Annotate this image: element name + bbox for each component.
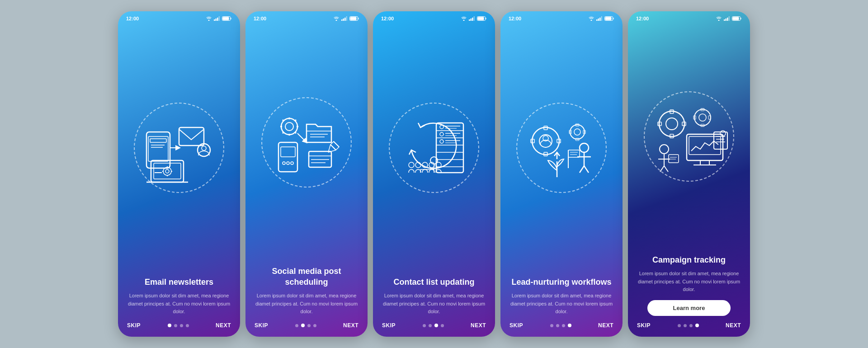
dot-3-3[interactable]	[441, 324, 444, 327]
svg-rect-9	[148, 136, 168, 161]
status-icons-1	[206, 16, 232, 21]
svg-line-158	[664, 166, 668, 172]
signal-icon-4	[596, 16, 603, 21]
dots-4	[550, 324, 571, 327]
svg-rect-8	[146, 132, 170, 168]
dot-4-2[interactable]	[562, 324, 565, 327]
status-icons-2	[333, 16, 359, 21]
dot-2-1[interactable]	[301, 324, 305, 327]
skip-button-4[interactable]: SKIP	[509, 322, 523, 329]
dot-2-3[interactable]	[313, 324, 316, 327]
campaign-tracking-illustration	[648, 96, 730, 177]
svg-rect-95	[596, 19, 598, 21]
svg-rect-145	[689, 136, 721, 155]
phone-screen-3: 12:00	[373, 11, 495, 337]
signal-icon-3	[469, 16, 475, 21]
next-button-4[interactable]: NEXT	[598, 322, 613, 329]
dot-5-3[interactable]	[695, 324, 699, 327]
icon-area-3	[373, 23, 495, 273]
svg-point-115	[580, 143, 589, 152]
dot-1-3[interactable]	[186, 324, 189, 327]
skip-button-2[interactable]: SKIP	[255, 322, 268, 329]
svg-point-94	[591, 20, 592, 21]
svg-rect-52	[281, 147, 295, 157]
screen-title-5: Campaign tracking	[637, 255, 741, 265]
svg-line-41	[295, 132, 296, 133]
dot-5-1[interactable]	[684, 324, 687, 327]
svg-rect-18	[154, 163, 181, 179]
dashed-circle-1	[134, 103, 224, 193]
signal-icon-5	[724, 16, 730, 21]
learn-more-button[interactable]: Learn more	[647, 300, 731, 316]
svg-point-53	[283, 162, 285, 165]
svg-point-154	[660, 145, 669, 154]
svg-rect-121	[568, 150, 580, 157]
svg-rect-14	[179, 127, 204, 146]
nav-area-5: SKIP NEXT	[628, 316, 750, 337]
svg-rect-29	[344, 18, 346, 21]
svg-line-40	[283, 120, 284, 121]
next-button-5[interactable]: NEXT	[726, 322, 741, 329]
social-media-illustration	[266, 102, 347, 183]
dot-2-2[interactable]	[307, 324, 311, 327]
dot-4-1[interactable]	[556, 324, 559, 327]
wifi-icon-5	[716, 16, 722, 21]
svg-point-78	[440, 132, 443, 136]
screen-desc-5: Lorem ipsum dolor sit dim amet, mea regi…	[637, 270, 741, 294]
email-illustration	[138, 107, 220, 188]
dot-1-2[interactable]	[180, 324, 183, 327]
text-area-3: Contact list updating Lorem ipsum dolor …	[373, 273, 495, 316]
text-area-4: Lead-nurturing workflows Lorem ipsum dol…	[500, 273, 623, 316]
svg-rect-30	[346, 16, 348, 21]
dot-4-0[interactable]	[550, 324, 553, 327]
dot-1-1[interactable]	[174, 324, 177, 327]
phone-screen-4: 12:00	[500, 11, 623, 337]
dot-2-0[interactable]	[295, 324, 298, 327]
dot-3-0[interactable]	[423, 324, 426, 327]
icon-area-1	[118, 23, 240, 273]
signal-icon	[214, 16, 220, 21]
text-area-2: Social media post scheduling Lorem ipsum…	[245, 262, 368, 316]
battery-icon-4	[604, 16, 614, 21]
svg-rect-67	[478, 17, 484, 20]
next-button-2[interactable]: NEXT	[343, 322, 359, 329]
dots-2	[295, 324, 316, 327]
dots-5	[678, 324, 699, 327]
dot-1-0[interactable]	[168, 324, 171, 327]
wifi-icon-2	[333, 16, 340, 21]
svg-point-21	[165, 169, 169, 173]
contact-list-illustration	[393, 107, 475, 188]
svg-point-16	[202, 146, 206, 150]
svg-rect-11	[150, 139, 166, 142]
svg-rect-130	[741, 18, 741, 19]
dots-1	[168, 324, 189, 327]
svg-point-15	[198, 144, 210, 156]
status-icons-5	[716, 16, 742, 21]
svg-rect-98	[601, 16, 603, 21]
dot-4-3[interactable]	[568, 324, 571, 327]
svg-point-81	[440, 140, 443, 143]
skip-button-1[interactable]: SKIP	[127, 322, 141, 329]
next-button-1[interactable]: NEXT	[216, 322, 231, 329]
dot-5-0[interactable]	[678, 324, 681, 327]
svg-rect-100	[613, 18, 614, 19]
phone-screen-5: 12:00	[628, 11, 750, 337]
svg-rect-2	[216, 19, 217, 21]
svg-rect-128	[729, 16, 730, 21]
svg-line-118	[580, 166, 584, 173]
icon-area-5	[628, 23, 750, 250]
svg-rect-6	[231, 18, 231, 19]
svg-rect-66	[486, 18, 486, 19]
svg-rect-63	[472, 18, 473, 21]
skip-button-3[interactable]: SKIP	[382, 322, 396, 329]
dot-3-1[interactable]	[429, 324, 432, 327]
dot-5-2[interactable]	[689, 324, 693, 327]
icon-area-4	[500, 23, 623, 273]
svg-point-124	[718, 20, 720, 21]
lead-nurturing-illustration	[521, 107, 602, 188]
nav-area-2: SKIP NEXT	[245, 316, 368, 337]
next-button-3[interactable]: NEXT	[471, 322, 486, 329]
skip-button-5[interactable]: SKIP	[637, 322, 651, 329]
dot-3-2[interactable]	[434, 324, 438, 327]
svg-rect-7	[223, 17, 229, 20]
